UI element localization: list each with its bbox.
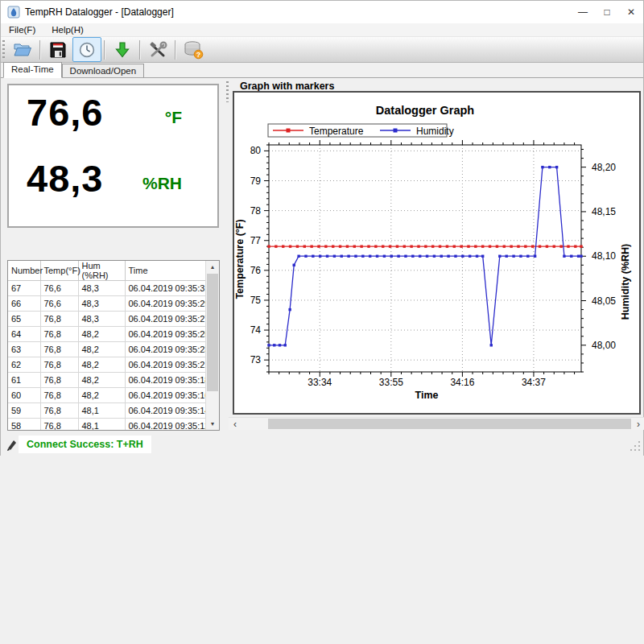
graph-hscrollbar[interactable]: ‹ › (229, 417, 644, 430)
scroll-down-icon[interactable]: ▾ (206, 418, 219, 430)
svg-text:Humidity: Humidity (416, 126, 454, 137)
humidity-unit: %RH (142, 174, 182, 193)
svg-text:78: 78 (250, 205, 262, 217)
col-temp[interactable]: Temp(°F) (40, 261, 78, 281)
svg-text:Time: Time (415, 390, 439, 401)
status-bar: Connect Success: T+RH (1, 434, 643, 456)
settings-button[interactable] (143, 37, 172, 62)
toolbar-separator (39, 40, 41, 60)
table-header-row: Number Temp(°F) Hum (%RH) Time (8, 261, 206, 281)
open-file-button[interactable] (8, 37, 37, 62)
svg-text:74: 74 (250, 324, 262, 336)
svg-text:33:55: 33:55 (379, 377, 403, 388)
svg-text:33:34: 33:34 (308, 377, 332, 388)
time-sync-button[interactable] (72, 37, 101, 62)
svg-text:75: 75 (250, 295, 262, 306)
svg-text:?: ? (196, 51, 201, 59)
toolbar: ? (1, 36, 643, 63)
datalogger-chart: 737475767778798048,0048,0548,1048,1548,2… (234, 93, 639, 413)
tab-strip: Real-Time Download/Open (1, 64, 643, 78)
resize-grip[interactable] (629, 441, 640, 452)
svg-text:Datalogger Graph: Datalogger Graph (376, 104, 474, 117)
table-row[interactable]: 6676,648,306.04.2019 09:35:29 (8, 296, 206, 312)
svg-text:80: 80 (250, 145, 262, 156)
connector-pen-icon (6, 438, 18, 451)
menu-help[interactable]: Help(H) (52, 25, 84, 35)
toolbar-grip[interactable] (2, 40, 5, 60)
chart-panel: 737475767778798048,0048,0548,1048,1548,2… (233, 91, 641, 415)
table-row[interactable]: 6276,848,206.04.2019 09:35:21 (8, 357, 206, 373)
window-title: TempRH Datalogger - [Datalogger] (25, 6, 174, 18)
menu-file[interactable]: File(F) (9, 25, 35, 35)
scroll-left-icon[interactable]: ‹ (229, 418, 242, 430)
col-number[interactable]: Number (8, 261, 40, 281)
toolbar-separator (139, 40, 141, 60)
tab-download-open[interactable]: Download/Open (62, 64, 144, 77)
menu-bar: File(F) Help(H) (1, 23, 643, 36)
tab-real-time[interactable]: Real-Time (3, 62, 62, 78)
app-logo-icon (7, 6, 20, 19)
svg-text:73: 73 (250, 354, 262, 365)
svg-text:79: 79 (250, 175, 262, 187)
panel-splitter[interactable] (226, 81, 229, 102)
table-scrollbar[interactable]: ▴ ▾ (205, 261, 219, 430)
status-text: Connect Success: T+RH (27, 439, 143, 450)
status-message-chip: Connect Success: T+RH (19, 436, 151, 453)
live-readout-panel: 76,6 °F 48,3 %RH (7, 84, 219, 228)
download-arrow-icon (114, 41, 131, 59)
svg-text:48,05: 48,05 (592, 295, 616, 307)
table-row[interactable]: 5976,848,106.04.2019 09:35:14 (8, 403, 206, 419)
svg-text:Humidity (%RH): Humidity (%RH) (620, 244, 631, 320)
table-row[interactable]: 6476,848,206.04.2019 09:35:25 (8, 327, 206, 342)
temperature-unit: °F (165, 108, 182, 127)
svg-text:48,00: 48,00 (592, 340, 616, 351)
toolbar-separator (104, 40, 105, 60)
col-hum[interactable]: Hum (%RH) (78, 261, 125, 281)
table-row[interactable]: 6076,848,206.04.2019 09:35:16 (8, 388, 206, 403)
svg-text:76: 76 (250, 265, 262, 276)
download-data-button[interactable] (108, 37, 137, 62)
svg-text:48,15: 48,15 (592, 206, 616, 217)
table-row[interactable]: 6776,648,306.04.2019 09:35:31 (8, 281, 206, 296)
scrollbar-thumb[interactable] (207, 274, 218, 391)
svg-text:48,10: 48,10 (592, 250, 616, 262)
svg-text:Temperature: Temperature (309, 126, 364, 137)
tools-icon (148, 41, 167, 59)
humidity-value: 48,3 (27, 156, 103, 200)
hscrollbar-thumb[interactable] (268, 419, 631, 429)
data-table-body: 6776,648,306.04.2019 09:35:316676,648,30… (8, 281, 206, 431)
log-table-panel: Number Temp(°F) Hum (%RH) Time 6776,648,… (7, 260, 220, 431)
table-row[interactable]: 6576,848,306.04.2019 09:35:27 (8, 312, 206, 327)
close-button[interactable]: ✕ (619, 1, 643, 23)
table-row[interactable]: 6176,848,206.04.2019 09:35:18 (8, 373, 206, 388)
scroll-up-icon[interactable]: ▴ (206, 261, 219, 273)
svg-text:34:16: 34:16 (450, 377, 474, 388)
svg-text:77: 77 (250, 235, 262, 246)
minimize-button[interactable]: — (571, 1, 595, 23)
title-bar: TempRH Datalogger - [Datalogger] — □ ✕ (1, 1, 643, 23)
temperature-value: 76,6 (27, 90, 103, 134)
svg-text:34:37: 34:37 (522, 377, 546, 388)
save-floppy-icon (49, 41, 67, 59)
save-button[interactable] (43, 37, 72, 62)
data-help-button[interactable]: ? (179, 37, 208, 62)
graph-panel-header: Graph with markers (240, 80, 334, 92)
maximize-button[interactable]: □ (595, 1, 619, 23)
clock-icon (78, 41, 96, 59)
table-row[interactable]: 6376,848,206.04.2019 09:35:23 (8, 342, 206, 357)
folder-open-icon (13, 41, 32, 59)
log-table: Number Temp(°F) Hum (%RH) Time 6776,648,… (8, 261, 206, 430)
svg-text:48,20: 48,20 (592, 162, 616, 173)
database-question-icon: ? (183, 40, 204, 60)
toolbar-separator (175, 40, 176, 60)
app-window: TempRH Datalogger - [Datalogger] — □ ✕ F… (0, 0, 644, 456)
scroll-right-icon[interactable]: › (632, 418, 644, 430)
table-row[interactable]: 5876,848,106.04.2019 09:35:12 (8, 419, 206, 431)
col-time[interactable]: Time (125, 261, 206, 281)
svg-text:Temperature (°F): Temperature (°F) (234, 219, 246, 299)
